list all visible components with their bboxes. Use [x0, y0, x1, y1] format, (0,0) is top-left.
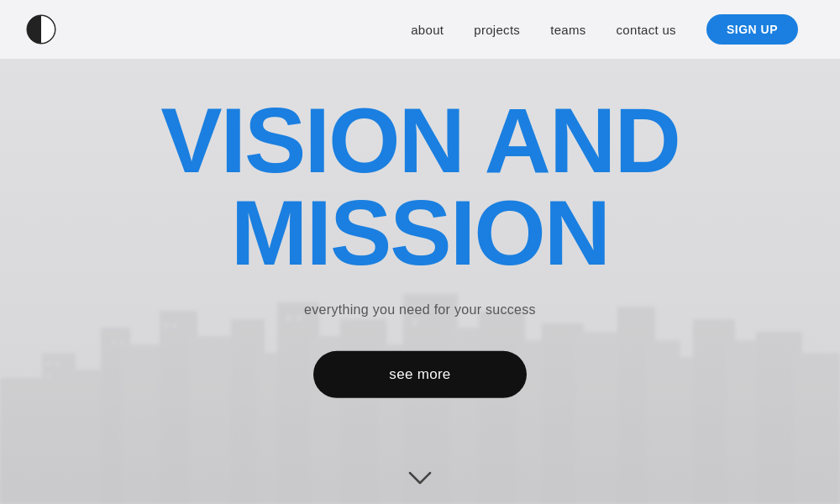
page-wrapper: about projects teams contact us SIGN UP …	[0, 0, 840, 504]
nav-links: about projects teams contact us SIGN UP	[411, 14, 798, 45]
chevron-wrapper[interactable]	[407, 470, 433, 486]
nav-contact-us[interactable]: contact us	[617, 23, 676, 37]
chevron-svg	[408, 470, 432, 486]
nav-projects[interactable]: projects	[474, 23, 520, 37]
logo-icon	[26, 14, 56, 45]
logo[interactable]	[25, 13, 57, 45]
see-more-button[interactable]: see more	[313, 351, 526, 398]
nav-about[interactable]: about	[411, 23, 444, 37]
hero-subtitle: everything you need for your success	[0, 302, 840, 318]
hero-title: VISION AND MISSION	[0, 94, 840, 279]
hero-content: VISION AND MISSION everything you need f…	[0, 94, 840, 398]
navbar: about projects teams contact us SIGN UP	[0, 0, 840, 59]
signup-button[interactable]: SIGN UP	[706, 14, 798, 45]
nav-teams[interactable]: teams	[550, 23, 585, 37]
chevron-down-icon	[407, 470, 433, 486]
